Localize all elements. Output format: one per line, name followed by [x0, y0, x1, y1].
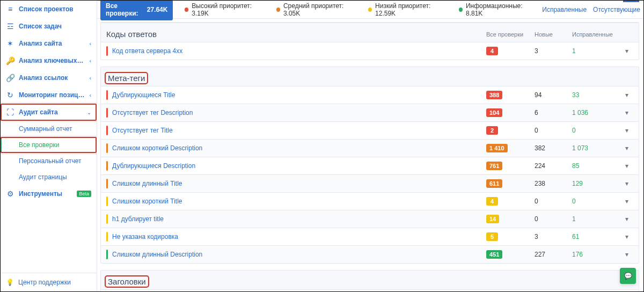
dot-yellow-icon [368, 8, 372, 12]
severity-indicator [106, 46, 108, 56]
link-icon: 🔗 [6, 74, 14, 82]
cell-all: 104 [486, 108, 535, 117]
severity-indicator [106, 126, 108, 135]
filter-missing[interactable]: Отсутствующие [593, 6, 640, 13]
table-row[interactable]: Отсутствует тег Title200▾ [101, 121, 639, 139]
table-row[interactable]: Код ответа сервера 4xx431▾ [101, 42, 639, 60]
sidebar-item-summary[interactable]: Суммарный отчет [1, 121, 97, 137]
table-row[interactable]: Слишком короткий Title400▾ [101, 192, 639, 210]
chevron-left-icon: ‹ [90, 92, 91, 98]
gear-icon: ⚙ [6, 189, 14, 198]
chevron-down-icon[interactable]: ▾ [620, 162, 633, 170]
count-badge: 5 [486, 232, 498, 241]
chevron-left-icon: ‹ [90, 58, 91, 64]
sidebar-item-projects[interactable]: ≡Список проектов [1, 1, 97, 18]
table-row[interactable]: Слишком длинный Description451227176▾ [101, 245, 639, 263]
cell-new: 238 [535, 180, 572, 187]
sidebar-item-label: Анализ сайта [19, 40, 85, 47]
cell-new: 6 [535, 109, 572, 116]
table-row[interactable]: Дублирующиеся Description76122485▾ [101, 157, 639, 174]
table-row[interactable]: Не указана кодировка5361▾ [101, 228, 639, 245]
sidebar-item-keywords[interactable]: 🔑Анализ ключевых фраз‹ [1, 52, 97, 69]
chat-button[interactable]: 💬 [620, 268, 636, 284]
sidebar-item-site-analysis[interactable]: ✶Анализ сайта‹ [1, 35, 97, 52]
support-link[interactable]: 💡 Центр поддержки [1, 273, 97, 291]
sidebar-item-label: Анализ ключевых фраз [19, 57, 85, 64]
scroll-top-indicator [623, 1, 639, 2]
chevron-down-icon[interactable]: ▾ [620, 198, 633, 205]
section-header: Коды ответовВсе проверкиНовыеИсправленны… [101, 23, 639, 42]
sidebar-item-audit[interactable]: ⛶Аудит сайта⌄ [1, 104, 97, 121]
section: Коды ответовВсе проверкиНовыеИсправленны… [100, 22, 639, 60]
sidebar-item-personal[interactable]: Персональный отчет [1, 153, 97, 169]
chevron-down-icon[interactable]: ▾ [620, 91, 633, 99]
cell-fixed: 1 036 [572, 109, 620, 116]
section-title: Коды ответов [106, 30, 486, 39]
chevron-down-icon[interactable]: ▾ [620, 109, 633, 116]
key-icon: 🔑 [6, 56, 14, 65]
sidebar-item-label: Анализ ссылок [19, 74, 85, 82]
table-row[interactable]: Отсутствует тег Description10461 036▾ [101, 104, 639, 121]
check-name: h1 дублирует title [112, 215, 486, 223]
cell-new: 0 [535, 215, 572, 223]
check-name: Слишком длинный Title [112, 180, 486, 187]
col-header-all: Все проверки [486, 31, 535, 38]
dot-orange-icon [276, 8, 280, 12]
support-label: Центр поддержки [18, 279, 71, 286]
sidebar-item-all-checks[interactable]: Все проверки [1, 137, 97, 153]
filter-med[interactable]: Средний приоритет: 3.05K [271, 1, 356, 20]
section-header: Заголовки [101, 271, 639, 289]
cell-fixed: 1 [572, 47, 620, 55]
sitemap-icon: ⛶ [6, 108, 14, 116]
cell-all: 4 [486, 197, 535, 206]
sidebar-item-links[interactable]: 🔗Анализ ссылок‹ [1, 69, 97, 86]
count-badge: 451 [486, 250, 502, 259]
chevron-down-icon[interactable]: ▾ [620, 180, 633, 187]
sidebar-item-tasks[interactable]: ☲Список задач [1, 18, 97, 35]
chat-icon: 💬 [624, 272, 632, 280]
sidebar-item-positions[interactable]: ↻Мониторинг позиций‹ [1, 86, 97, 104]
chevron-down-icon[interactable]: ▾ [620, 47, 633, 55]
cell-new: 94 [535, 91, 572, 99]
cell-fixed: 0 [572, 198, 620, 205]
table-row[interactable]: Отсутствует h12 674603270▾ [101, 289, 639, 291]
count-badge: 2 [486, 126, 498, 135]
filter-fixed[interactable]: Исправленные [542, 6, 587, 13]
table-row[interactable]: h1 дублирует title1401▾ [101, 210, 639, 228]
cell-fixed: 129 [572, 180, 620, 187]
sidebar-nav: ≡Список проектов☲Список задач✶Анализ сай… [1, 1, 97, 273]
list-icon: ☲ [6, 22, 14, 31]
chevron-down-icon[interactable]: ▾ [620, 215, 633, 223]
chevron-down-icon: ⌄ [87, 110, 91, 115]
check-name: Не указана кодировка [112, 233, 486, 240]
table-row[interactable]: Слишком короткий Description1 4103821 07… [101, 139, 639, 157]
count-badge: 14 [486, 215, 499, 223]
dot-red-icon [185, 8, 188, 12]
filter-all[interactable]: Все проверки: 27.64K [100, 1, 173, 20]
chevron-down-icon[interactable]: ▾ [620, 251, 633, 258]
main-panel: Все проверки: 27.64K Высокий приоритет: … [97, 1, 643, 291]
check-name: Отсутствует тег Description [112, 109, 486, 116]
table-row[interactable]: Дублирующиеся Title3889433▾ [101, 86, 639, 104]
severity-indicator [106, 214, 108, 224]
sidebar-item-label: Аудит сайта [19, 108, 83, 116]
count-badge: 104 [486, 108, 502, 117]
chevron-down-icon[interactable]: ▾ [620, 127, 633, 134]
chevron-down-icon[interactable]: ▾ [620, 233, 633, 240]
chevron-down-icon[interactable]: ▾ [620, 144, 633, 152]
filter-high[interactable]: Высокий приоритет: 3.19K [179, 1, 265, 20]
sidebar-item-tools[interactable]: ⚙ИнструментыBeta [1, 185, 97, 202]
severity-indicator [106, 250, 108, 259]
cell-fixed: 1 [572, 215, 620, 223]
severity-indicator [106, 90, 108, 100]
count-badge: 388 [486, 91, 502, 99]
cell-fixed: 0 [572, 127, 620, 134]
severity-indicator [106, 143, 108, 153]
sidebar-item-page-audit[interactable]: Аудит страницы [1, 169, 97, 185]
table-row[interactable]: Слишком длинный Title611238129▾ [101, 174, 639, 192]
filter-info[interactable]: Информационные: 8.81K [453, 1, 536, 20]
severity-indicator [106, 108, 108, 118]
stats-icon: ✶ [6, 39, 14, 48]
count-badge: 4 [486, 47, 498, 55]
filter-low[interactable]: Низкий приоритет: 12.59K [363, 1, 447, 20]
